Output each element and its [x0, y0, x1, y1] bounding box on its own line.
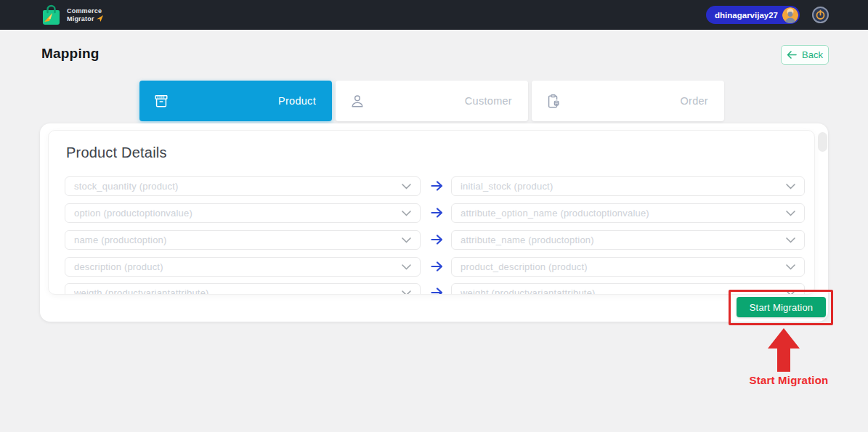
- scrollbar-thumb[interactable]: [818, 132, 827, 152]
- mapping-row: option (productoptionvalue) attribute_op…: [49, 203, 814, 223]
- tab-order-label: Order: [680, 95, 708, 107]
- avatar: [782, 7, 798, 23]
- brand-line1: Commerce: [67, 7, 103, 15]
- chevron-down-icon: [786, 237, 795, 243]
- brand[interactable]: Commerce Migrator: [41, 4, 103, 25]
- chevron-down-icon: [402, 237, 411, 243]
- tab-product-label: Product: [278, 95, 316, 107]
- target-field-value: weight (productvariantattribute): [461, 288, 596, 295]
- source-field-select[interactable]: stock_quantity (product): [65, 176, 421, 196]
- target-field-select[interactable]: product_description (product): [451, 257, 805, 277]
- product-details-panel: Product Details stock_quantity (product)…: [48, 130, 815, 295]
- chevron-down-icon: [402, 184, 411, 189]
- source-field-select[interactable]: description (product): [65, 257, 421, 277]
- map-arrow-icon: [431, 287, 443, 295]
- chevron-down-icon: [402, 211, 411, 216]
- mapping-row: weigth (productvariantattribute) weight …: [49, 283, 814, 295]
- user-menu[interactable]: dhinagarvijay27: [706, 6, 800, 24]
- source-field-value: stock_quantity (product): [74, 181, 179, 192]
- username: dhinagarvijay27: [715, 11, 778, 20]
- tab-customer-label: Customer: [465, 95, 512, 107]
- source-field-select[interactable]: name (productoption): [65, 230, 421, 250]
- clipboard-icon: [545, 92, 561, 110]
- mapping-row: stock_quantity (product) initial_stock (…: [49, 176, 814, 196]
- chevron-down-icon: [786, 264, 795, 270]
- target-field-value: attribute_name (productoption): [461, 235, 594, 245]
- brand-text: Commerce Migrator: [67, 7, 103, 23]
- source-field-value: weigth (productvariantattribute): [74, 288, 209, 295]
- target-field-select[interactable]: weight (productvariantattribute): [451, 283, 805, 295]
- map-arrow-icon: [431, 207, 443, 219]
- target-field-select[interactable]: attribute_name (productoption): [451, 230, 805, 250]
- mapping-row: name (productoption) attribute_name (pro…: [49, 230, 814, 250]
- mapping-card: Product Details stock_quantity (product)…: [40, 123, 828, 322]
- source-field-select[interactable]: option (productoptionvalue): [65, 203, 421, 223]
- chevron-down-icon: [786, 184, 795, 189]
- target-field-select[interactable]: initial_stock (product): [451, 176, 805, 196]
- map-arrow-icon: [431, 180, 443, 192]
- source-field-value: option (productoptionvalue): [74, 208, 192, 219]
- tab-product[interactable]: Product: [139, 81, 332, 121]
- person-icon: [349, 92, 365, 110]
- map-arrow-icon: [431, 261, 443, 272]
- page-title: Mapping: [41, 46, 100, 62]
- paper-plane-icon: [97, 15, 103, 22]
- tab-order[interactable]: Order: [532, 81, 724, 121]
- navbar: Commerce Migrator dhinagarvijay27: [0, 0, 868, 30]
- back-arrow-icon: [787, 51, 797, 59]
- chevron-down-icon: [402, 264, 411, 270]
- source-field-select[interactable]: weigth (productvariantattribute): [65, 283, 421, 295]
- target-field-value: attribute_option_name (productoptionvalu…: [461, 208, 649, 219]
- annotation-arrow-up-icon: [766, 328, 801, 372]
- source-field-value: name (productoption): [74, 235, 167, 245]
- back-button[interactable]: Back: [781, 45, 829, 65]
- brand-line2: Migrator: [67, 15, 94, 23]
- panel-title: Product Details: [66, 144, 167, 161]
- archive-box-icon: [153, 92, 169, 110]
- back-label: Back: [802, 49, 823, 60]
- map-arrow-icon: [431, 234, 443, 245]
- brand-logo-bag-icon: [41, 4, 61, 25]
- mapping-row: description (product) product_descriptio…: [49, 257, 814, 277]
- target-field-select[interactable]: attribute_option_name (productoptionvalu…: [451, 203, 805, 223]
- source-field-value: description (product): [74, 261, 163, 272]
- start-migration-button[interactable]: Start Migration: [737, 297, 826, 317]
- target-field-value: product_description (product): [461, 261, 588, 272]
- chevron-down-icon: [402, 290, 411, 296]
- tab-customer[interactable]: Customer: [336, 81, 528, 121]
- annotation-label: Start Migration: [734, 374, 844, 386]
- logout-power-button[interactable]: [812, 7, 829, 23]
- chevron-down-icon: [786, 211, 795, 216]
- chevron-down-icon: [786, 290, 795, 296]
- target-field-value: initial_stock (product): [461, 181, 553, 192]
